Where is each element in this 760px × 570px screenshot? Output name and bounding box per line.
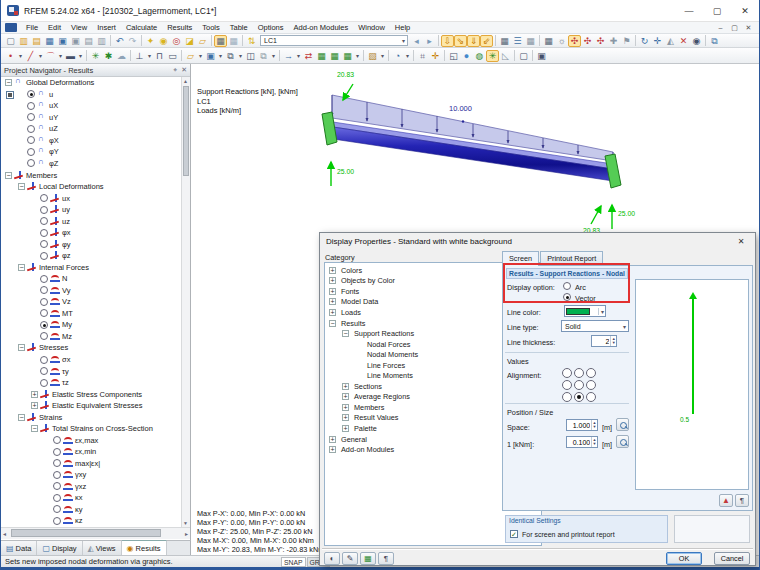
tree-expander[interactable] [342, 404, 349, 411]
result-flag-icon[interactable]: ⚑ [620, 35, 633, 47]
rotate-object-icon[interactable]: ⇄ [302, 50, 315, 62]
tree-toggle[interactable] [27, 136, 35, 144]
menu-item[interactable]: Window [353, 23, 390, 32]
loadcase-icon[interactable]: ⇅ [245, 35, 258, 47]
scale-stepper[interactable]: ▲▼ [566, 436, 598, 448]
zoom-tool-icon[interactable]: ◔ [391, 50, 404, 62]
status-toggle[interactable]: SNAP [281, 557, 306, 567]
line-dd-icon[interactable]: ▾ [37, 50, 44, 62]
tree-toggle[interactable] [27, 90, 35, 98]
support-dd-icon[interactable]: ▾ [146, 50, 153, 62]
tree-expander[interactable] [329, 446, 336, 453]
show-internal-forces-icon[interactable]: ✣ [581, 35, 594, 47]
tree-toggle[interactable] [53, 459, 61, 467]
tree-expander[interactable] [342, 393, 349, 400]
line-tool-icon[interactable]: ╱ [24, 50, 37, 62]
tree-item[interactable]: uZ [2, 123, 182, 135]
tree-horizontal-scrollbar[interactable]: ◂ ▸ [1, 527, 190, 539]
menu-item[interactable]: Edit [43, 23, 66, 32]
tree-toggle[interactable] [27, 125, 35, 133]
table-layout-icon[interactable]: ▦ [227, 35, 240, 47]
tree-expander[interactable] [18, 264, 25, 271]
open-project-icon[interactable]: ▤ [30, 35, 43, 47]
snap-settings-icon[interactable]: ⌗ [416, 50, 429, 62]
show-stresses-icon[interactable]: ✣ [594, 35, 607, 47]
tree-item[interactable]: N [2, 273, 182, 285]
new-table-icon[interactable]: ▣ [204, 50, 217, 62]
tree-expander[interactable] [31, 391, 38, 398]
scroll-thumb[interactable] [11, 529, 161, 537]
minimize-button[interactable]: — [675, 0, 703, 21]
save-project-icon[interactable]: ▦ [43, 35, 56, 47]
tree-expander[interactable] [329, 436, 336, 443]
close-icon[interactable]: ✕ [181, 66, 187, 74]
tree-expander[interactable] [5, 172, 12, 179]
undo-icon[interactable]: ↶ [113, 35, 126, 47]
show-loads-icon[interactable]: ◉ [157, 35, 170, 47]
tree-toggle[interactable] [27, 102, 35, 110]
tree-item[interactable]: ux [2, 192, 182, 204]
prev-loadcase-icon[interactable]: ◂ [410, 35, 423, 47]
tree-toggle[interactable] [40, 229, 48, 237]
node-dd-icon[interactable]: ▾ [17, 50, 24, 62]
tree-item[interactable]: Vy [2, 285, 182, 297]
preview-font-button[interactable]: ¶ [735, 494, 749, 507]
tree-expander[interactable] [5, 79, 12, 86]
mdi-document-icon[interactable] [5, 23, 17, 32]
mdi-close-button[interactable]: ✕ [743, 24, 754, 32]
color-scheme-button[interactable]: ▦ [360, 552, 376, 565]
line-type-select[interactable]: Solid ▾ [561, 320, 629, 332]
stepper-arrows-icon[interactable]: ▲▼ [591, 420, 597, 430]
show-loads-3-icon[interactable]: ⇓ [467, 35, 480, 47]
tree-toggle[interactable] [40, 286, 48, 294]
tree-toggle[interactable] [53, 482, 61, 490]
show-loads-1-icon[interactable]: ⇩ [441, 35, 454, 47]
view-rendered-icon[interactable]: ✳ [486, 50, 499, 62]
zoom-dd-icon[interactable]: ▾ [404, 50, 411, 62]
alignment-radio[interactable] [585, 391, 597, 403]
tree-item[interactable]: Elastic Equivalent Stresses [2, 400, 182, 412]
tree-item[interactable]: φZ [2, 158, 182, 170]
navigator-tab[interactable]: ▤ Data [1, 541, 37, 555]
scroll-right-icon[interactable]: ▸ [185, 530, 188, 537]
tree-item[interactable]: uy [2, 204, 182, 216]
print-icon[interactable]: ▤ [82, 35, 95, 47]
view-globe-icon[interactable]: ◍ [473, 50, 486, 62]
mdi-restore-button[interactable]: ▢ [729, 24, 740, 32]
line-thickness-input[interactable] [592, 338, 610, 345]
tree-toggle[interactable] [53, 436, 61, 444]
navigator-tab[interactable]: ◉ Results [122, 540, 167, 555]
tree-item[interactable]: Stresses [2, 342, 182, 354]
tree-item[interactable]: γxy [2, 469, 182, 481]
view-isometric-icon[interactable]: ◱ [447, 50, 460, 62]
pin-icon[interactable]: ⌖ [173, 66, 177, 74]
identical-settings-checkbox[interactable]: ✓ [510, 530, 518, 538]
member-dd-icon[interactable]: ▾ [77, 50, 84, 62]
mdi-minimize-button[interactable]: ‒ [715, 24, 726, 32]
display-monitor-2-icon[interactable]: ▣ [535, 50, 548, 62]
tree-item[interactable]: φx [2, 227, 182, 239]
tree-item[interactable]: τz [2, 377, 182, 389]
tree-toggle[interactable] [40, 194, 48, 202]
pick-tool-icon[interactable]: ✛ [429, 50, 442, 62]
folder-dd-icon[interactable]: ▾ [197, 50, 204, 62]
tree-item[interactable]: Global Deformations [2, 77, 182, 89]
tree-item[interactable]: εx,max [2, 434, 182, 446]
menu-item[interactable]: File [21, 23, 43, 32]
table-show-icon[interactable]: ▦ [214, 35, 227, 47]
show-loads-4-icon[interactable]: ⇙ [480, 35, 493, 47]
tree-expander[interactable] [329, 267, 336, 274]
select-dd-icon[interactable]: ▾ [379, 50, 386, 62]
hinge-tool-icon[interactable]: ⊓ [153, 50, 166, 62]
menu-item[interactable]: Tools [197, 23, 225, 32]
open-file-icon[interactable]: ▥ [17, 35, 30, 47]
navigator-tab[interactable]: ▢ Display [37, 541, 82, 555]
member-tool-icon[interactable]: ▬ [64, 50, 77, 62]
tree-item[interactable]: Local Deformations [2, 181, 182, 193]
tree-item[interactable]: φz [2, 250, 182, 262]
menu-item[interactable]: Results [162, 23, 197, 32]
table-dd-icon[interactable]: ▾ [217, 50, 224, 62]
font-settings-button[interactable]: ¶ [378, 552, 394, 565]
tree-toggle[interactable] [40, 298, 48, 306]
tree-toggle[interactable] [40, 356, 48, 364]
